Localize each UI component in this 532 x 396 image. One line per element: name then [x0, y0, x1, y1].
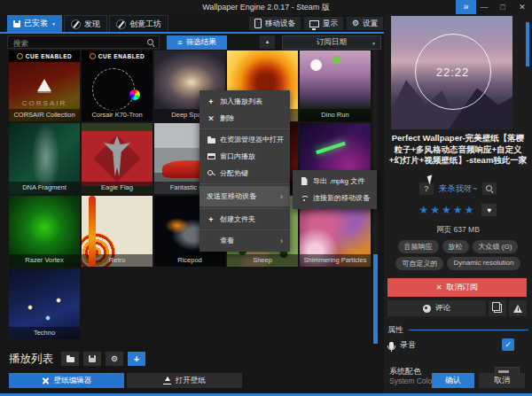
- collapse-panel-button[interactable]: »: [456, 0, 476, 14]
- tab-discover-label: 发现: [84, 19, 100, 30]
- menu-create-folder[interactable]: + 创建文件夹: [200, 211, 290, 228]
- menu-separator: [200, 183, 290, 184]
- filter-icon: ≡: [177, 38, 182, 47]
- rating-row: ★★★★★ ♥: [384, 204, 532, 216]
- chevron-right-icon: ›: [280, 193, 283, 200]
- playlist-add-button[interactable]: +: [128, 352, 145, 366]
- submenu-connect-new-device[interactable]: 连接新的移动设备: [293, 190, 377, 206]
- submenu-export-mpkg[interactable]: 导出 .mpkg 文件: [293, 173, 377, 190]
- sort-direction-button[interactable]: ▲: [260, 35, 275, 49]
- bottom-buttons: 壁纸编辑器 打开壁纸: [9, 373, 242, 388]
- titlebar: Wallpaper Engine 2.0.17 - Steam 版 » — □ …: [0, 0, 532, 15]
- close-icon: ✕: [436, 283, 442, 291]
- phone-icon: [254, 19, 262, 28]
- playlist-save-button[interactable]: [83, 352, 101, 366]
- context-menu: + 加入播放列表 ✕ 删除 在资源管理器中打开 窗口内播放 分配热键 发送至移动…: [200, 90, 290, 252]
- plus-icon: +: [207, 97, 215, 106]
- steam-comment-icon: [423, 305, 431, 313]
- open-wallpaper-button[interactable]: 打开壁纸: [127, 373, 242, 388]
- menu-separator: [200, 229, 290, 230]
- tile-label: Shimmering Particles: [300, 254, 371, 267]
- microphone-icon: [389, 342, 394, 349]
- eagle-emblem: [104, 136, 130, 176]
- wallpaper-preview[interactable]: 22:22: [391, 16, 512, 129]
- installed-icon: [13, 20, 20, 27]
- corsair-sail-icon: [37, 79, 51, 91]
- tab-discover[interactable]: 发现: [64, 15, 107, 32]
- menu-delete[interactable]: ✕ 删除: [200, 110, 290, 127]
- tab-installed[interactable]: 已安装 ▼: [7, 15, 62, 32]
- menu-separator: [200, 128, 290, 129]
- favorite-button[interactable]: ♥: [481, 204, 497, 216]
- grid-scrollbar-thumb[interactable]: [373, 254, 378, 344]
- tile-label: Eagle Flag: [82, 182, 153, 194]
- tile-label: CORSAIR Collection: [9, 109, 80, 121]
- mobile-device-button[interactable]: 移动设备: [249, 17, 301, 30]
- audio-checkbox[interactable]: ✓: [502, 338, 514, 351]
- cue-enabled-banner: CUE ENABLED: [82, 50, 153, 62]
- playlist-bar: 播放列表 ⚙ +: [9, 351, 145, 367]
- maximize-button[interactable]: □: [496, 0, 510, 14]
- confirm-button[interactable]: 确认: [432, 373, 474, 388]
- minimize-button[interactable]: —: [477, 0, 491, 14]
- search-input[interactable]: [12, 36, 146, 50]
- cancel-button[interactable]: 取消: [479, 373, 525, 388]
- tab-workshop[interactable]: 创意工坊: [109, 15, 168, 32]
- menu-open-in-explorer[interactable]: 在资源管理器中打开: [200, 131, 290, 148]
- report-button[interactable]: [509, 300, 527, 316]
- comments-row: 评论: [387, 300, 527, 316]
- gears-icon: ⚙: [111, 355, 118, 363]
- warning-icon: [513, 305, 522, 313]
- author-link[interactable]: 来杀我呀~: [439, 183, 478, 195]
- tile-dino-run[interactable]: Dino Run: [300, 50, 371, 121]
- rating-stars[interactable]: ★★★★★: [419, 204, 476, 216]
- tile-techno[interactable]: Techno: [9, 268, 80, 339]
- editor-icon: [42, 377, 50, 384]
- key-icon: [207, 169, 215, 177]
- tile-dna-fragment[interactable]: DNA Fragment: [9, 123, 80, 194]
- playlist-settings-button[interactable]: ⚙: [106, 352, 123, 366]
- close-icon: ✕: [207, 114, 215, 123]
- panel-scrollbar-thumb[interactable]: [526, 22, 529, 66]
- upload-icon: [163, 377, 171, 384]
- tag: Dynamic resolution: [447, 257, 520, 270]
- menu-add-to-playlist[interactable]: + 加入播放列表: [200, 93, 290, 110]
- wallpaper-editor-button[interactable]: 壁纸编辑器: [9, 373, 124, 388]
- sort-order-dropdown[interactable]: 订阅日期 ▼: [282, 35, 381, 50]
- tile-corsair-k70-tron[interactable]: CUE ENABLED Corsair K70-Tron: [82, 50, 153, 121]
- check-icon: ✓: [505, 340, 512, 349]
- tag: 大众级 (G): [473, 240, 519, 253]
- displays-button[interactable]: 显示: [304, 17, 343, 30]
- window-title: Wallpaper Engine 2.0.17 - Steam 版: [0, 2, 532, 13]
- author-search-button[interactable]: [482, 182, 497, 195]
- tag: 音频响应: [398, 240, 439, 253]
- menu-separator: [200, 208, 290, 209]
- heart-icon: ♥: [488, 206, 492, 214]
- tile-retro[interactable]: Retro: [82, 196, 153, 267]
- settings-button[interactable]: ⚙ 设置: [347, 17, 383, 30]
- menu-send-to-mobile[interactable]: 发送至移动设备 ›: [200, 186, 290, 206]
- copy-icon: [494, 304, 502, 313]
- tab-workshop-label: 创意工坊: [129, 19, 161, 30]
- tile-razer-vortex[interactable]: Razer Vortex: [9, 196, 80, 267]
- tile-corsair-collection[interactable]: CUE ENABLED CORSAIR CORSAIR Collection: [9, 50, 80, 121]
- playlist-load-button[interactable]: [61, 352, 79, 366]
- wallpaper-title: Perfect Wallpaper-完美壁纸【落樱粒子+多风格动态音频响应+自定…: [387, 133, 528, 167]
- copy-button[interactable]: [489, 300, 506, 316]
- panel-actions: 确认 取消: [384, 373, 525, 388]
- properties-header: 属性: [387, 324, 528, 336]
- tile-label: Corsair K70-Tron: [82, 109, 153, 121]
- gear-icon: ⚙: [352, 19, 359, 27]
- dotted-ring-icon: [92, 68, 135, 111]
- playlist-label: 播放列表: [9, 352, 53, 367]
- menu-view[interactable]: 查看 ›: [200, 232, 290, 249]
- search-icon: [486, 185, 494, 193]
- close-button[interactable]: ✕: [515, 0, 529, 14]
- unsubscribe-button[interactable]: ✕ 取消订阅: [387, 278, 527, 297]
- tile-eagle-flag[interactable]: Eagle Flag: [82, 123, 153, 194]
- filter-results-button[interactable]: ≡ 筛选结果: [167, 35, 227, 50]
- menu-play-in-window[interactable]: 窗口内播放: [200, 148, 290, 165]
- menu-assign-hotkey[interactable]: 分配热键: [200, 165, 290, 182]
- sort-order-value: 订阅日期: [317, 37, 347, 48]
- comments-button[interactable]: 评论: [387, 300, 486, 316]
